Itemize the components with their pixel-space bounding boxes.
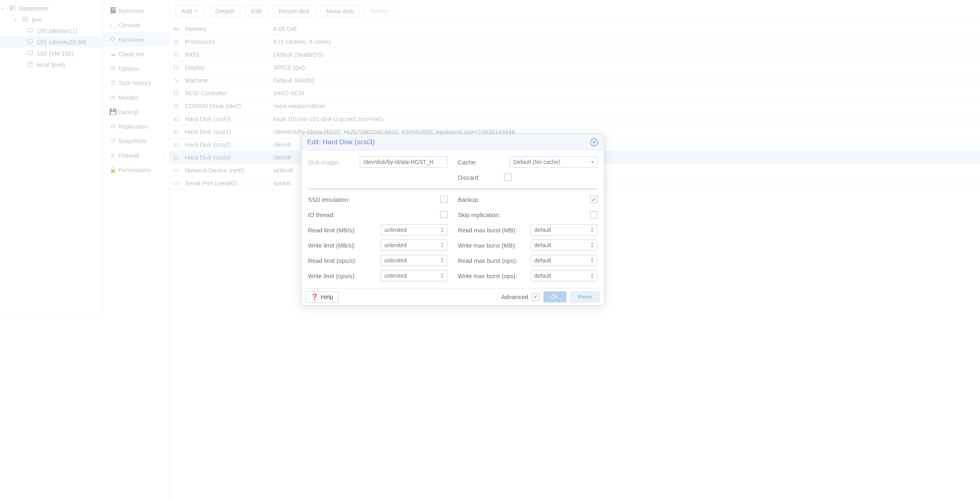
iothread-checkbox[interactable] [440,211,447,218]
write-max-burst-ops-input[interactable]: default▲▼ [531,270,597,281]
cache-label: Cache: [458,159,477,166]
monitor-icon [26,39,35,45]
tree-root-label: Datacenter [19,5,49,12]
subnav-firewall[interactable]: ⛨Firewall› [103,148,169,162]
subnav-backup[interactable]: 💾Backup [103,105,169,119]
read-limit-mbs-input[interactable]: unlimited▲▼ [381,224,447,236]
tree-vm-101[interactable]: 101 (ubuntu20.04) [0,36,103,47]
tree-root[interactable]: ▾ Datacenter [0,2,103,14]
read-max-burst-mb-row: Read max burst (MB): default▲▼ [458,224,597,236]
discard-label: Discard: [458,174,480,181]
help-button[interactable]: ❓Help [305,291,338,303]
write-max-burst-mb-label: Write max burst (MB): [458,242,517,249]
subnav-label: Hardware [118,36,144,43]
net-icon [170,164,182,177]
tree-vm-102[interactable]: 102 (VM 102) [0,47,103,59]
read-limit-ops-input[interactable]: unlimited▲▼ [381,255,447,266]
tree-vm-100[interactable]: 100 (debian11) [0,25,103,36]
read-max-burst-mb-input[interactable]: default▲▼ [531,224,597,236]
help-icon: ❓ [311,293,318,301]
resize-disk-button[interactable]: Resize disk [273,5,316,17]
monitor-icon [26,27,35,34]
cache-select[interactable]: Default (No cache) ▾ [510,156,597,168]
subnav-console[interactable]: >_Console [103,18,169,32]
tree-item-label: local (pve) [37,61,65,68]
edit-button[interactable]: Edit [245,5,268,17]
dialog-footer: ❓Help Advanced OK Reset [301,288,604,305]
hardware-value: VirtIO SCSI [271,87,980,100]
subnav-hardware[interactable]: Hardware [103,32,169,47]
expand-toggle-icon[interactable]: ▾ [14,17,20,22]
spinner-icon: ▲▼ [441,273,444,279]
write-max-burst-mb-input[interactable]: default▲▼ [531,240,597,251]
discard-checkbox[interactable] [504,174,511,181]
db-icon [170,87,182,100]
disk-image-input[interactable] [360,156,447,168]
write-limit-mbs-input[interactable]: unlimited▲▼ [381,240,447,251]
svg-point-42 [175,158,175,158]
subnav-label: Permissions [118,166,151,173]
detach-button[interactable]: Detach [209,5,241,17]
expand-toggle-icon[interactable]: ▾ [2,6,7,10]
read-max-burst-ops-label: Read max burst (ops): [458,257,517,264]
subnav-summary[interactable]: 📓Summary [103,3,169,18]
subnav-monitor[interactable]: 👁Monitor [103,90,169,105]
spinner-icon: ▲▼ [590,242,594,248]
write-limit-mbs-label: Write limit (MB/s): [308,242,355,249]
hdd-icon [170,151,182,164]
subnav-taskhistory[interactable]: ☰Task History [103,76,169,90]
subnav-label: Backup [118,109,138,115]
ssd-checkbox[interactable] [440,196,447,203]
discard-row: Discard: [458,171,597,183]
svg-rect-28 [174,65,178,68]
subnav-options[interactable]: ⚙Options [103,61,169,76]
disk-image-label: Disk image: [308,159,339,166]
tree-storage-local[interactable]: local (pve) [0,59,103,70]
subnav-label: Console [118,22,140,29]
chevron-right-icon: › [164,152,165,158]
read-limit-mbs-label: Read limit (MB/s): [308,227,356,234]
hardware-name: Hard Disk (scsi3) [182,151,271,164]
svg-point-12 [28,62,33,64]
kbd-icon [170,177,182,190]
subnav-permissions[interactable]: 🔓Permissions [103,162,169,177]
write-limit-ops-input[interactable]: unlimited▲▼ [381,270,447,281]
add-label: Add [181,8,192,14]
vm-subnav: 📓Summary >_Console Hardware ☁Cloud-Init … [103,0,170,500]
help-label: Help [321,293,333,300]
subnav-cloudinit[interactable]: ☁Cloud-Init [103,47,169,61]
svg-rect-43 [174,182,178,184]
tree-node[interactable]: ▾ pve [0,14,103,25]
backup-checkbox[interactable] [590,196,597,203]
hardware-name: Serial Port (serial0) [182,177,271,190]
ok-button[interactable]: OK [543,291,566,302]
add-button[interactable]: Add▼ [175,5,205,17]
edit-disk-dialog: Edit: Hard Disk (scsi3) ✕ Disk image: Ca… [301,134,604,305]
cpu-icon [170,35,182,48]
datacenter-icon [8,5,17,11]
tree-item-label: 101 (ubuntu20.04) [37,39,86,45]
reset-button[interactable]: Reset [570,291,600,302]
spin-value: default [534,273,551,279]
memory-icon [170,23,182,35]
subnav-snapshots[interactable]: ↺Snapshots [103,133,169,148]
svg-rect-6 [28,29,33,32]
dialog-header: Edit: Hard Disk (scsi3) ✕ [301,134,604,150]
caret-down-icon: ▾ [591,160,594,165]
read-limit-ops-label: Read limit (ops/s): [308,257,357,264]
write-limit-mbs-row: Write limit (MB/s): unlimited▲▼ [308,239,447,251]
subnav-replication[interactable]: ⇄Replication [103,119,169,133]
hardware-name: Machine [182,74,271,87]
hardware-name: Memory [182,23,271,35]
svg-point-30 [174,79,176,80]
move-disk-button[interactable]: Move disk [320,5,360,17]
skip-replication-checkbox[interactable] [590,211,597,218]
hardware-name: Display [182,61,271,74]
advanced-checkbox[interactable] [532,293,539,301]
svg-rect-22 [175,40,178,43]
revert-button[interactable]: Revert [364,5,394,17]
read-max-burst-ops-input[interactable]: default▲▼ [531,255,597,266]
close-button[interactable]: ✕ [590,138,598,146]
ssd-row: SSD emulation: [308,193,447,205]
hardware-value: Default (i440fx) [271,74,980,87]
